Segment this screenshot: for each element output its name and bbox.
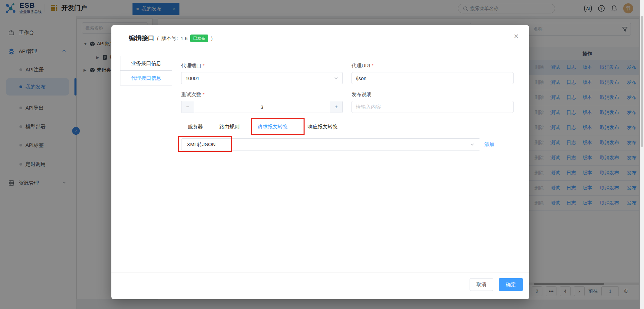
proxy-uri-value: /json [356, 75, 367, 81]
proxy-port-label: 代理端口* [181, 63, 205, 69]
dialog-close-icon[interactable]: × [511, 31, 521, 41]
published-status-badge: 已发布 [190, 35, 208, 42]
inner-tab-3[interactable]: 响应报文转换 [308, 118, 338, 135]
app-root: ESB 企业服务总线 开发门户 我的发布 × 搜索菜单名称 AI ? [0, 0, 644, 309]
version-close-paren: ) [211, 36, 213, 41]
publish-note-label: 发布说明 [352, 91, 372, 98]
annotation-rect-request-tab [251, 118, 305, 135]
side-tab-1[interactable]: 代理接口信息 [120, 71, 172, 85]
version-label: 版本号: [161, 35, 178, 42]
page-scrollbar-thumb[interactable] [641, 16, 643, 147]
cancel-button[interactable]: 取消 [470, 278, 493, 291]
inner-tabs-border [181, 135, 514, 135]
page-scrollbar[interactable] [640, 0, 644, 309]
required-asterisk: * [203, 91, 205, 97]
inner-tab-1[interactable]: 路由规则 [219, 118, 239, 135]
footer-divider [111, 272, 529, 272]
retry-count-value[interactable]: 3 [194, 101, 330, 113]
edit-interface-dialog: 编辑接口 ( 版本号: 1.6 已发布 ) × 业务接口信息代理接口信息 代理端… [111, 25, 529, 299]
proxy-port-value: 10001 [185, 75, 200, 81]
side-tab-0[interactable]: 业务接口信息 [120, 56, 172, 71]
dialog-title-row: 编辑接口 ( 版本号: 1.6 已发布 ) [129, 33, 213, 43]
retry-count-label: 重试次数* [181, 91, 205, 98]
confirm-button[interactable]: 确定 [499, 278, 523, 291]
required-asterisk: * [203, 63, 205, 68]
proxy-uri-label: 代理URI* [352, 63, 374, 69]
add-transform-link[interactable]: 添加 [484, 138, 494, 150]
inner-tab-0[interactable]: 服务器 [188, 118, 203, 135]
annotation-rect-xml-json [178, 136, 232, 152]
publish-note-placeholder: 请输入内容 [356, 104, 381, 110]
required-asterisk: * [372, 63, 374, 68]
stepper-plus-button[interactable]: + [330, 101, 342, 113]
proxy-port-select[interactable]: 10001 [181, 72, 343, 84]
proxy-uri-input[interactable]: /json [352, 72, 514, 84]
version-open-paren: ( [157, 36, 159, 41]
dialog-title: 编辑接口 [129, 34, 154, 43]
stepper-minus-button[interactable]: − [181, 101, 194, 113]
chevron-down-icon [334, 76, 338, 80]
retry-count-stepper: − 3 + [181, 101, 343, 113]
publish-note-input[interactable]: 请输入内容 [352, 101, 514, 113]
side-tabs-divider [172, 85, 172, 265]
version-value: 1.6 [180, 36, 187, 41]
chevron-down-icon [470, 142, 475, 147]
